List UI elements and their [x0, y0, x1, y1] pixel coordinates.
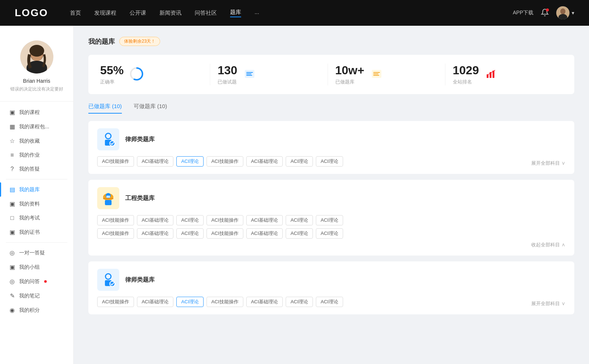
- homework-icon: ≡: [9, 152, 15, 158]
- tag-2-11[interactable]: ACI技能操作: [207, 228, 243, 239]
- nav-open-course[interactable]: 公开课: [130, 10, 146, 17]
- banks-label: 已做题库: [335, 79, 364, 85]
- tag-3-6[interactable]: ACI理论: [286, 297, 313, 307]
- tag-2-5[interactable]: ACI基础理论: [246, 215, 283, 225]
- sidebar-item-one-on-one[interactable]: ◎ 一对一答疑: [0, 246, 73, 260]
- tag-2-2[interactable]: ACI基础理论: [137, 215, 174, 225]
- tag-2-6[interactable]: ACI理论: [286, 215, 313, 225]
- tag-2-9[interactable]: ACI基础理论: [137, 228, 174, 239]
- expand-link-3[interactable]: 展开全部科目 ∨: [525, 297, 565, 307]
- nav-discover[interactable]: 发现课程: [94, 10, 116, 17]
- sidebar-item-groups[interactable]: ▣ 我的小组: [0, 260, 73, 274]
- nav-qa[interactable]: 问答社区: [195, 10, 217, 17]
- user-section: Brian Harris 错误的决定比没有决定要好: [0, 33, 73, 101]
- chart-red-icon: [485, 68, 497, 81]
- tag-1-3[interactable]: ACI理论: [176, 156, 204, 167]
- bank-card-header-3: 律师类题库: [97, 269, 565, 291]
- avatar-image: [556, 6, 569, 19]
- tag-3-5[interactable]: ACI基础理论: [246, 297, 283, 307]
- points-icon: ◉: [9, 307, 15, 314]
- stat-ranking: 1029 全站排名: [445, 64, 562, 85]
- nav-news[interactable]: 新闻资讯: [159, 10, 181, 17]
- sidebar-item-points[interactable]: ◉ 我的积分: [0, 303, 73, 317]
- expand-link-1[interactable]: 展开全部科目 ∨: [525, 157, 565, 167]
- tag-2-1[interactable]: ACI技能操作: [97, 215, 134, 225]
- svg-point-7: [29, 45, 44, 57]
- sidebar-item-question-bank[interactable]: ▤ 我的题库: [0, 182, 73, 197]
- user-name: Brian Harris: [23, 78, 50, 84]
- collapse-link-2[interactable]: 收起全部科目 ∧: [97, 242, 565, 248]
- page-title: 我的题库: [88, 37, 115, 46]
- rank-value: 1029: [453, 64, 479, 77]
- nav-question-bank[interactable]: 题库: [230, 9, 241, 17]
- tag-1-6[interactable]: ACI理论: [286, 156, 313, 167]
- bank-card-header-1: 律师类题库: [97, 128, 565, 150]
- bank-tags-row-2-1: ACI技能操作 ACI基础理论 ACI理论 ACI技能操作 ACI基础理论 AC…: [97, 215, 565, 225]
- tag-3-7[interactable]: ACI理论: [316, 297, 343, 307]
- sidebar-item-favorites[interactable]: ☆ 我的收藏: [0, 134, 73, 148]
- tab-done-banks[interactable]: 已做题库 (10): [88, 103, 122, 114]
- lawyer-icon-1: [97, 128, 119, 150]
- tag-3-1[interactable]: ACI技能操作: [97, 297, 134, 307]
- notification-bell[interactable]: [541, 8, 549, 18]
- app-download-button[interactable]: APP下载: [513, 10, 533, 16]
- qa-badge-dot: [44, 280, 47, 283]
- user-motto: 错误的决定比没有决定要好: [7, 86, 67, 92]
- sidebar-item-certificate[interactable]: ▣ 我的证书: [0, 225, 73, 239]
- stat-accuracy-text: 55% 正确率: [100, 64, 124, 85]
- course-icon: ▣: [9, 109, 15, 116]
- tag-1-2[interactable]: ACI基础理论: [137, 156, 174, 167]
- bank-card-engineer: 工程类题库 ACI技能操作 ACI基础理论 ACI理论 ACI技能操作 ACI基…: [88, 180, 574, 256]
- sidebar-item-course-package[interactable]: ▦ 我的课程包...: [0, 119, 73, 134]
- page-header: 我的题库 体验剩余23天！: [88, 37, 574, 46]
- tag-2-8[interactable]: ACI技能操作: [97, 228, 134, 239]
- sidebar-item-materials[interactable]: ▣ 我的资料: [0, 197, 73, 211]
- stat-done-banks: 10w+ 已做题库: [328, 64, 445, 85]
- tag-3-4[interactable]: ACI技能操作: [207, 297, 243, 307]
- user-avatar-nav[interactable]: ▾: [556, 6, 574, 19]
- tag-2-7[interactable]: ACI理论: [316, 215, 343, 225]
- svg-rect-30: [106, 196, 110, 198]
- notification-dot: [546, 8, 549, 11]
- tag-1-5[interactable]: ACI基础理论: [246, 156, 283, 167]
- tag-3-2[interactable]: ACI基础理论: [137, 297, 174, 307]
- svg-rect-12: [246, 74, 251, 74]
- nav-more[interactable]: ···: [254, 10, 259, 16]
- bank-name-2: 工程类题库: [125, 195, 155, 202]
- sidebar-item-qa[interactable]: ? 我的答疑: [0, 162, 73, 176]
- tag-2-13[interactable]: ACI理论: [286, 228, 313, 239]
- svg-point-1: [560, 8, 565, 14]
- tag-2-10[interactable]: ACI理论: [176, 228, 204, 239]
- sidebar-item-notes[interactable]: ✎ 我的笔记: [0, 289, 73, 303]
- tag-2-4[interactable]: ACI技能操作: [207, 215, 243, 225]
- svg-point-23: [106, 134, 110, 138]
- certificate-icon: ▣: [9, 229, 15, 236]
- sidebar-divider-2: [6, 242, 67, 243]
- done-label: 已做试题: [218, 79, 237, 85]
- tag-2-14[interactable]: ACI理论: [316, 228, 343, 239]
- tag-3-3[interactable]: ACI理论: [176, 297, 204, 307]
- course-package-icon: ▦: [9, 123, 15, 130]
- bank-card-lawyer-3: 律师类题库 ACI技能操作 ACI基础理论 ACI理论 ACI技能操作 ACI基…: [88, 261, 574, 314]
- tag-1-4[interactable]: ACI技能操作: [207, 156, 243, 167]
- pie-chart-icon: [130, 67, 144, 82]
- tag-1-1[interactable]: ACI技能操作: [97, 156, 134, 167]
- svg-rect-11: [246, 72, 253, 73]
- sidebar-item-my-qa[interactable]: ◎ 我的问答: [0, 274, 73, 289]
- tabs-bar: 已做题库 (10) 可做题库 (10): [88, 103, 574, 114]
- done-value: 130: [218, 64, 237, 77]
- materials-icon: ▣: [9, 200, 15, 207]
- sidebar-item-homework[interactable]: ≡ 我的作业: [0, 148, 73, 162]
- tab-available-banks[interactable]: 可做题库 (10): [134, 103, 167, 114]
- bank-name-3: 律师类题库: [125, 276, 155, 284]
- question-bank-icon: ▤: [9, 186, 15, 193]
- sidebar-item-exam[interactable]: □ 我的考试: [0, 211, 73, 225]
- tag-1-7[interactable]: ACI理论: [316, 156, 343, 167]
- tag-2-12[interactable]: ACI基础理论: [246, 228, 283, 239]
- bank-tags-3: ACI技能操作 ACI基础理论 ACI理论 ACI技能操作 ACI基础理论 AC…: [97, 297, 525, 307]
- tag-2-3[interactable]: ACI理论: [176, 215, 204, 225]
- main-layout: Brian Harris 错误的决定比没有决定要好 ▣ 我的课程 ▦ 我的课程包…: [0, 26, 589, 364]
- sidebar-item-my-course[interactable]: ▣ 我的课程: [0, 105, 73, 119]
- nav-home[interactable]: 首页: [70, 10, 81, 17]
- rank-label: 全站排名: [453, 79, 479, 85]
